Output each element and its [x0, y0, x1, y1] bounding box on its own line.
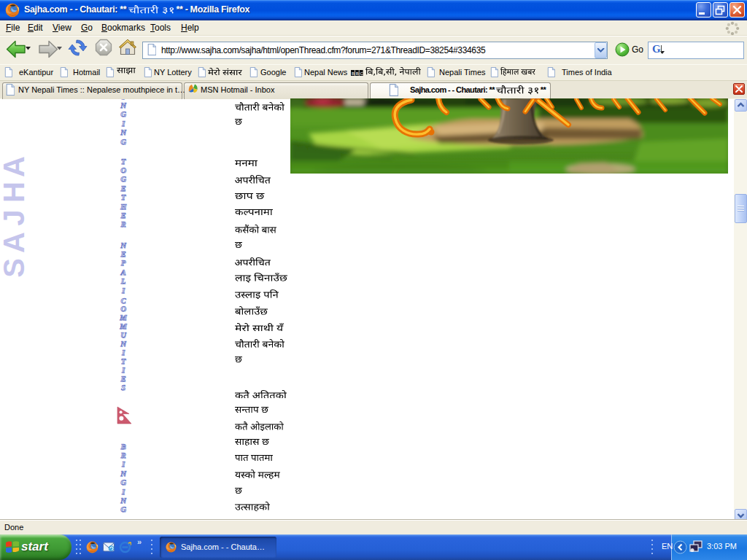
svg-text:C: C [360, 71, 363, 76]
svg-text:B: B [352, 71, 355, 76]
svg-text:B: B [356, 71, 359, 76]
